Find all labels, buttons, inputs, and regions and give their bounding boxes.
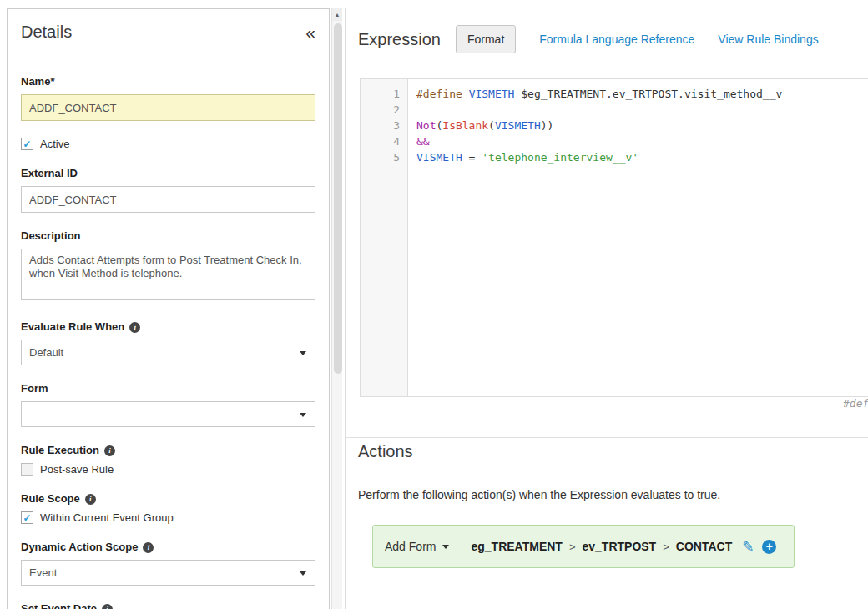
actions-title: Actions — [358, 442, 868, 461]
info-icon[interactable]: i — [102, 604, 113, 609]
breadcrumb-item-event-group: eg_TREATMENT — [471, 540, 562, 553]
code-gutter: 12345 — [361, 79, 408, 396]
set-event-date-label-text: Set Event Date — [21, 602, 97, 609]
rule-scope-field: Rule Scope i ✓ Within Current Event Grou… — [21, 492, 315, 524]
chevron-down-icon — [442, 545, 449, 549]
code-lines[interactable]: #define VISMETH $eg_TREATMENT.ev_TRTPOST… — [408, 79, 868, 396]
add-form-dropdown[interactable]: Add Form — [385, 540, 449, 553]
description-field: Description Adds Contact Attempts form t… — [21, 229, 315, 304]
dynamic-action-scope-label: Dynamic Action Scope i — [21, 541, 315, 554]
evaluate-rule-when-label-text: Evaluate Rule When — [21, 320, 124, 334]
breadcrumb-item-form: CONTACT — [676, 540, 732, 553]
add-form-label: Add Form — [385, 540, 436, 553]
within-event-group-label: Within Current Event Group — [40, 511, 174, 524]
view-rule-bindings-link[interactable]: View Rule Bindings — [718, 33, 818, 46]
name-input[interactable] — [21, 94, 315, 121]
code-token-plain: = — [462, 151, 482, 164]
dynamic-action-scope-select[interactable]: Event — [21, 560, 315, 586]
code-token-variable: VISMETH — [495, 119, 541, 132]
expression-header: Expression Format Formula Language Refer… — [358, 25, 868, 53]
code-token-plain: $eg_TREATMENT.ev_TRTPOST.visit_method__v — [514, 88, 782, 100]
chevron-down-icon — [300, 413, 306, 417]
rule-scope-label: Rule Scope i — [21, 492, 315, 506]
dynamic-action-scope-label-text: Dynamic Action Scope — [21, 541, 138, 554]
rule-editor-panel: Expression Format Formula Language Refer… — [345, 8, 868, 609]
action-row: Add Form eg_TREATMENT > ev_TRTPOST > CON… — [372, 525, 795, 568]
code-token-variable: VISMETH — [469, 88, 515, 100]
chevron-down-icon — [300, 351, 306, 355]
active-checkbox[interactable]: ✓ — [21, 138, 33, 150]
post-save-rule-checkbox[interactable] — [21, 463, 33, 476]
edit-action-button[interactable]: ✎ — [742, 540, 754, 554]
post-save-rule-label: Post-save Rule — [40, 463, 114, 476]
scrollbar-thumb[interactable] — [334, 23, 342, 374]
form-label: Form — [21, 382, 315, 395]
info-icon[interactable]: i — [104, 445, 115, 456]
code-token-builtin: IsBlank — [442, 119, 488, 132]
within-event-group-checkbox[interactable]: ✓ — [21, 511, 33, 524]
description-textarea[interactable]: Adds Contact Attempts form to Post Treat… — [21, 249, 315, 300]
post-save-rule-row: Post-save Rule — [21, 463, 315, 476]
formula-language-reference-link[interactable]: Formula Language Reference — [539, 33, 694, 46]
external-id-label: External ID — [21, 167, 315, 180]
line-number: 1 — [361, 86, 400, 102]
collapse-panel-button[interactable]: « — [305, 23, 315, 41]
rule-execution-field: Rule Execution i Post-save Rule — [21, 444, 315, 476]
info-icon[interactable]: i — [143, 542, 154, 553]
code-token-plain: )) — [541, 119, 554, 132]
action-breadcrumb: eg_TREATMENT > ev_TRTPOST > CONTACT — [471, 540, 732, 553]
external-id-input[interactable] — [21, 186, 315, 213]
actions-description: Perform the following action(s) when the… — [358, 488, 868, 501]
details-vertical-scrollbar[interactable]: ▲ — [331, 8, 342, 609]
pencil-icon: ✎ — [742, 539, 754, 555]
check-icon: ✓ — [23, 139, 31, 149]
line-number: 5 — [361, 149, 400, 165]
collapse-icon: « — [305, 23, 315, 42]
check-icon: ✓ — [23, 513, 31, 523]
line-number: 2 — [361, 102, 400, 118]
format-button[interactable]: Format — [456, 25, 516, 53]
up-arrow-icon: ▲ — [335, 12, 341, 18]
description-label: Description — [21, 229, 315, 243]
code-line[interactable]: #define VISMETH $eg_TREATMENT.ev_TRTPOST… — [416, 86, 868, 102]
code-line[interactable]: && — [416, 133, 868, 149]
line-number: 4 — [361, 133, 400, 149]
set-event-date-label: Set Event Date i — [21, 602, 315, 609]
details-header: Details « — [21, 23, 315, 42]
chevron-down-icon — [300, 571, 306, 576]
info-icon[interactable]: i — [129, 322, 140, 333]
line-number: 3 — [361, 118, 400, 133]
code-token-keyword: #define — [416, 88, 469, 100]
active-checkbox-label: Active — [40, 138, 69, 150]
plus-icon: + — [766, 541, 773, 552]
code-hint-text: #def — [843, 397, 868, 410]
rule-execution-label-text: Rule Execution — [21, 444, 99, 457]
active-field: ✓ Active — [21, 138, 315, 150]
code-token-string: 'telephone_interview__v' — [482, 151, 638, 164]
external-id-field: External ID — [21, 167, 315, 213]
info-icon[interactable]: i — [85, 494, 96, 505]
evaluate-rule-when-label: Evaluate Rule When i — [21, 320, 315, 334]
code-line[interactable]: Not(IsBlank(VISMETH)) — [416, 118, 868, 133]
form-field: Form — [21, 382, 315, 427]
dynamic-action-scope-field: Dynamic Action Scope i Event — [21, 541, 315, 586]
evaluate-rule-when-value: Default — [29, 346, 63, 359]
code-line[interactable] — [416, 102, 868, 118]
expression-code-editor[interactable]: 12345 #define VISMETH $eg_TREATMENT.ev_T… — [360, 78, 868, 397]
dynamic-action-scope-value: Event — [29, 566, 57, 579]
code-token-variable: VISMETH — [416, 151, 462, 164]
form-select[interactable] — [21, 401, 315, 427]
name-label: Name* — [21, 75, 315, 88]
expression-title: Expression — [358, 30, 441, 49]
within-event-group-row: ✓ Within Current Event Group — [21, 511, 315, 524]
rule-scope-label-text: Rule Scope — [21, 492, 80, 506]
code-line[interactable]: VISMETH = 'telephone_interview__v' — [416, 149, 868, 165]
evaluate-rule-when-select[interactable]: Default — [21, 340, 315, 365]
scroll-up-button[interactable]: ▲ — [332, 8, 342, 21]
add-action-button[interactable]: + — [762, 540, 776, 554]
breadcrumb-item-event: ev_TRTPOST — [582, 540, 656, 553]
code-token-operator: && — [416, 135, 430, 148]
breadcrumb-separator: > — [569, 541, 576, 553]
breadcrumb-separator: > — [663, 541, 669, 553]
section-divider — [346, 437, 868, 438]
